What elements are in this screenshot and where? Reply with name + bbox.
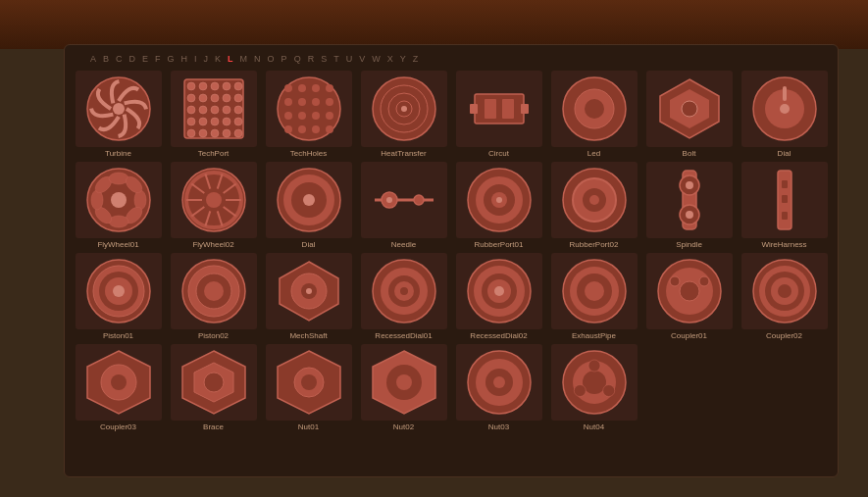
item-techport[interactable]: TechPort: [168, 71, 259, 158]
item-dial2[interactable]: Dial: [263, 162, 354, 249]
item-label-piston01: Piston01: [103, 331, 133, 340]
item-nut01[interactable]: Nut01: [263, 344, 354, 431]
alpha-letter-y[interactable]: Y: [398, 53, 408, 65]
alpha-letter-z[interactable]: Z: [411, 53, 421, 65]
item-piston02[interactable]: Piston02: [168, 253, 259, 340]
svg-point-37: [284, 112, 292, 120]
item-thumb-piston01: [76, 253, 162, 329]
item-spindle[interactable]: Spindle: [643, 162, 735, 249]
item-label-exhaustpipe: ExhaustPipe: [572, 331, 616, 340]
alpha-letter-n[interactable]: N: [252, 53, 263, 65]
background-top: [0, 0, 868, 49]
svg-rect-52: [502, 99, 514, 119]
item-techholes[interactable]: TechHoles: [263, 71, 354, 158]
alpha-letter-t[interactable]: T: [332, 53, 341, 65]
alpha-letter-i[interactable]: I: [192, 53, 199, 65]
svg-point-43: [312, 125, 320, 133]
svg-point-6: [223, 82, 230, 90]
item-label-nut02: Nut02: [393, 422, 414, 431]
alpha-letter-l[interactable]: L: [226, 53, 235, 65]
svg-rect-112: [782, 195, 788, 203]
item-recesseddial01[interactable]: RecessedDial01: [358, 253, 449, 340]
alpha-letter-b[interactable]: B: [101, 53, 111, 65]
svg-point-68: [109, 216, 128, 227]
item-label-flywheel01: FlyWheel01: [97, 240, 138, 249]
svg-point-20: [211, 118, 219, 125]
item-coupler01[interactable]: Coupler01: [643, 253, 735, 340]
item-thumb-needle: [361, 162, 447, 238]
alpha-letter-k[interactable]: K: [213, 53, 223, 65]
svg-point-94: [414, 195, 424, 205]
svg-rect-54: [521, 104, 529, 114]
item-rubberport02[interactable]: RubberPort02: [548, 162, 639, 249]
item-nut02[interactable]: Nut02: [358, 344, 449, 431]
item-mechshaft[interactable]: MechShaft: [263, 253, 354, 340]
item-label-brace: Brace: [203, 422, 224, 431]
alpha-letter-d[interactable]: D: [128, 53, 138, 65]
svg-point-70: [91, 190, 103, 210]
item-bolt[interactable]: Bolt: [643, 71, 735, 158]
alpha-letter-u[interactable]: U: [344, 53, 355, 65]
item-dial[interactable]: Dial: [739, 71, 830, 158]
alpha-letter-s[interactable]: S: [319, 53, 329, 65]
svg-point-29: [284, 84, 292, 92]
item-thumb-led: [551, 71, 638, 147]
alpha-letter-o[interactable]: O: [266, 53, 277, 65]
svg-point-15: [211, 106, 219, 114]
svg-point-87: [206, 192, 222, 208]
item-flywheel01[interactable]: FlyWheel01: [73, 162, 164, 249]
item-nut04[interactable]: Nut04: [548, 344, 639, 431]
item-circut[interactable]: Circut: [453, 71, 544, 158]
item-heattransfer[interactable]: HeatTransfer: [358, 71, 449, 158]
svg-point-166: [493, 376, 505, 388]
item-wireharness[interactable]: WireHarness: [739, 162, 830, 249]
item-grid: TurbineTechPortTechHolesHeatTransferCirc…: [73, 71, 830, 431]
alpha-letter-w[interactable]: W: [370, 53, 383, 65]
item-thumb-nut03: [456, 344, 542, 421]
alpha-letter-p[interactable]: P: [280, 53, 289, 65]
item-piston01[interactable]: Piston01: [73, 253, 164, 340]
alpha-letter-x[interactable]: X: [385, 53, 395, 65]
item-label-nut01: Nut01: [298, 422, 319, 431]
item-led[interactable]: Led: [548, 71, 639, 158]
svg-point-4: [199, 82, 207, 90]
item-thumb-turbine: [76, 71, 162, 147]
svg-point-49: [401, 106, 407, 112]
svg-point-170: [602, 385, 614, 397]
item-rubberport01[interactable]: RubberPort01: [453, 162, 544, 249]
item-thumb-recesseddial02: [456, 253, 542, 329]
item-recesseddial02[interactable]: RecessedDial02: [453, 253, 544, 340]
item-coupler02[interactable]: Coupler02: [739, 253, 830, 340]
item-nut03[interactable]: Nut03: [453, 344, 544, 431]
item-thumb-nut01: [266, 344, 352, 421]
item-flywheel02[interactable]: FlyWheel02: [168, 162, 259, 249]
svg-point-36: [326, 98, 333, 106]
item-needle[interactable]: Needle: [358, 162, 449, 249]
svg-point-136: [494, 286, 504, 296]
svg-point-95: [386, 197, 392, 203]
item-coupler03[interactable]: Coupler03: [73, 344, 164, 431]
item-brace[interactable]: Brace: [168, 344, 259, 431]
svg-point-19: [199, 118, 207, 125]
alpha-letter-r[interactable]: R: [306, 53, 317, 65]
alpha-letter-q[interactable]: Q: [292, 53, 303, 65]
alpha-letter-a[interactable]: A: [88, 53, 98, 65]
item-thumb-coupler01: [646, 253, 733, 329]
item-thumb-rubberport02: [551, 162, 638, 238]
item-turbine[interactable]: Turbine: [73, 71, 164, 158]
item-label-wireharness: WireHarness: [761, 240, 806, 249]
item-exhaustpipe[interactable]: ExhaustPipe: [548, 253, 639, 340]
item-label-dial: Dial: [778, 149, 791, 158]
alpha-letter-m[interactable]: M: [238, 53, 250, 65]
alpha-letter-c[interactable]: C: [114, 53, 125, 65]
svg-rect-63: [783, 86, 787, 101]
item-label-techholes: TechHoles: [290, 149, 327, 158]
alpha-letter-j[interactable]: J: [202, 53, 211, 65]
item-label-dial2: Dial: [302, 240, 316, 249]
alpha-letter-h[interactable]: H: [179, 53, 190, 65]
svg-point-17: [234, 106, 242, 114]
alpha-letter-f[interactable]: F: [153, 53, 163, 65]
alpha-letter-v[interactable]: V: [357, 53, 367, 65]
alpha-letter-g[interactable]: G: [166, 53, 177, 65]
alpha-letter-e[interactable]: E: [140, 53, 150, 65]
